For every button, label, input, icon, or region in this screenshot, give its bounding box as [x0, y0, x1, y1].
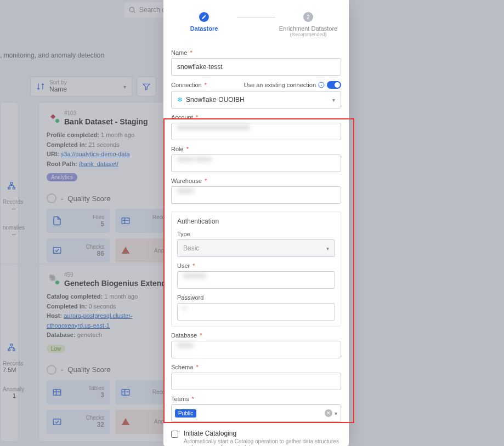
info-icon [318, 82, 325, 88]
step-2-sublabel: (Recommended) [275, 32, 341, 37]
authentication-section: Authentication Type Basic ▾ User * xxxxx… [171, 211, 341, 327]
database-input[interactable]: xxxxx [171, 341, 341, 358]
name-input[interactable] [171, 58, 341, 76]
initiate-cataloging-row[interactable]: Initiate Cataloging Automatically start … [171, 430, 341, 446]
toggle-switch[interactable] [327, 81, 341, 89]
initiate-cataloging-checkbox[interactable] [171, 431, 178, 438]
warehouse-label: Warehouse * [171, 178, 341, 184]
connection-select[interactable]: ❄Snowflake-OUOIBH ▾ [171, 91, 341, 108]
schema-label: Schema * [171, 364, 341, 370]
use-existing-toggle[interactable]: Use an existing connection [244, 81, 341, 89]
connection-value: Snowflake-OUOIBH [186, 96, 245, 104]
account-input[interactable]: xxxxxxxxxxxxxxxxxxxxxx [171, 123, 341, 140]
auth-type-select[interactable]: Basic ▾ [177, 239, 335, 257]
team-chip[interactable]: Public [175, 409, 196, 418]
warehouse-input[interactable]: xxxxx [171, 186, 341, 204]
role-input[interactable]: xxxxx xxxxx [171, 155, 341, 172]
pencil-icon [201, 14, 207, 20]
snowflake-icon: ❄ [177, 96, 183, 104]
step-2-label: Enrichment Datastore [275, 25, 341, 32]
password-label: Password [177, 294, 335, 301]
clear-icon[interactable]: ✕ [325, 409, 332, 417]
teams-label: Teams * [171, 396, 341, 402]
type-label: Type [177, 231, 335, 237]
initiate-cataloging-desc: Automatically start a Catalog operation … [184, 438, 341, 446]
chevron-down-icon: ▾ [335, 410, 337, 416]
name-label: Name * [171, 49, 341, 56]
user-input[interactable]: xxxxxxx [177, 271, 335, 289]
role-label: Role * [171, 146, 341, 152]
auth-title: Authentication [177, 218, 335, 225]
step-2-circle: 2 [303, 12, 313, 22]
step-1-circle [199, 12, 209, 22]
connection-label: Connection * [171, 82, 207, 88]
initiate-cataloging-label: Initiate Cataloging [184, 430, 341, 437]
step-1-label: Datastore [171, 25, 237, 32]
chevron-down-icon: ▾ [332, 97, 335, 103]
account-label: Account * [171, 114, 341, 121]
chevron-down-icon: ▾ [326, 245, 329, 251]
user-label: User * [177, 262, 335, 269]
schema-input[interactable] [171, 373, 341, 390]
auth-type-value: Basic [183, 244, 199, 252]
stepper: Datastore 2 Enrichment Datastore (Recomm… [171, 12, 341, 37]
add-datastore-modal: Datastore 2 Enrichment Datastore (Recomm… [163, 0, 349, 446]
database-label: Database * [171, 332, 341, 339]
password-input[interactable]: x [177, 303, 335, 321]
step-connector [237, 17, 275, 18]
teams-input[interactable]: Public ✕ ▾ [171, 404, 341, 422]
